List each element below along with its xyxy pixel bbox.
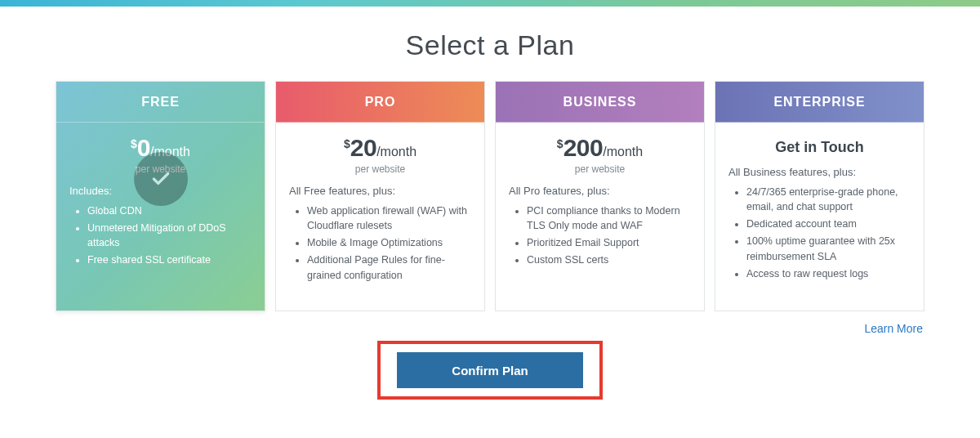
features-free: Global CDN Unmetered Mitigation of DDoS … xyxy=(69,203,252,268)
feature-item: 24/7/365 enterprise-grade phone, email, … xyxy=(746,185,911,214)
feature-item: Mobile & Image Optimizations xyxy=(307,235,471,250)
plan-card-business[interactable]: BUSINESS $200/month per website All Pro … xyxy=(495,81,705,311)
learn-more-link[interactable]: Learn More xyxy=(864,322,923,335)
feature-item: Access to raw request logs xyxy=(746,266,911,281)
confirm-plan-button[interactable]: Confirm Plan xyxy=(397,352,583,388)
feature-item: Unmetered Mitigation of DDoS attacks xyxy=(87,221,252,250)
features-enterprise: 24/7/365 enterprise-grade phone, email, … xyxy=(728,185,911,281)
get-in-touch-label: Get in Touch xyxy=(728,134,911,156)
feature-item: Web application firewall (WAF) with Clou… xyxy=(307,203,471,233)
confirm-highlight-box: Confirm Plan xyxy=(377,341,603,400)
features-pro: Web application firewall (WAF) with Clou… xyxy=(289,203,471,283)
plan-header-business: BUSINESS xyxy=(496,82,704,123)
feature-item: Custom SSL certs xyxy=(527,253,691,267)
learn-more-row: Learn More xyxy=(0,311,980,336)
lead-enterprise: All Business features, plus: xyxy=(728,166,911,178)
price-amount-business: 200 xyxy=(564,134,604,161)
page-title: Select a Plan xyxy=(0,29,980,61)
plan-header-pro: PRO xyxy=(276,82,484,123)
lead-business: All Pro features, plus: xyxy=(509,185,691,197)
top-gradient-bar xyxy=(0,0,980,7)
feature-item: Prioritized Email Support xyxy=(527,235,691,250)
price-amount-pro: 20 xyxy=(350,134,376,161)
plan-header-free: FREE xyxy=(56,82,265,123)
plan-card-enterprise[interactable]: ENTERPRISE Get in Touch All Business fea… xyxy=(715,81,924,311)
price-per-business: /month xyxy=(603,145,643,159)
plan-header-enterprise: ENTERPRISE xyxy=(715,82,924,123)
plans-row: FREE $0/month per website Includes: Glob… xyxy=(0,81,980,311)
per-website-business: per website xyxy=(509,163,691,175)
lead-pro: All Free features, plus: xyxy=(289,185,471,197)
feature-item: Global CDN xyxy=(87,203,252,218)
price-business: $200/month xyxy=(509,134,691,162)
feature-item: PCI compliance thanks to Modern TLS Only… xyxy=(527,203,691,233)
plan-card-free[interactable]: FREE $0/month per website Includes: Glob… xyxy=(56,81,265,311)
feature-item: 100% uptime guarantee with 25x reimburse… xyxy=(746,234,911,263)
features-business: PCI compliance thanks to Modern TLS Only… xyxy=(509,203,691,268)
price-pro: $20/month xyxy=(289,134,471,162)
selected-check-icon xyxy=(134,152,188,206)
per-website-pro: per website xyxy=(289,163,471,175)
feature-item: Additional Page Rules for fine-grained c… xyxy=(307,253,471,282)
feature-item: Free shared SSL certificate xyxy=(87,253,252,267)
plan-card-pro[interactable]: PRO $20/month per website All Free featu… xyxy=(275,81,485,311)
feature-item: Dedicated account team xyxy=(746,217,911,231)
price-per-pro: /month xyxy=(376,145,416,159)
